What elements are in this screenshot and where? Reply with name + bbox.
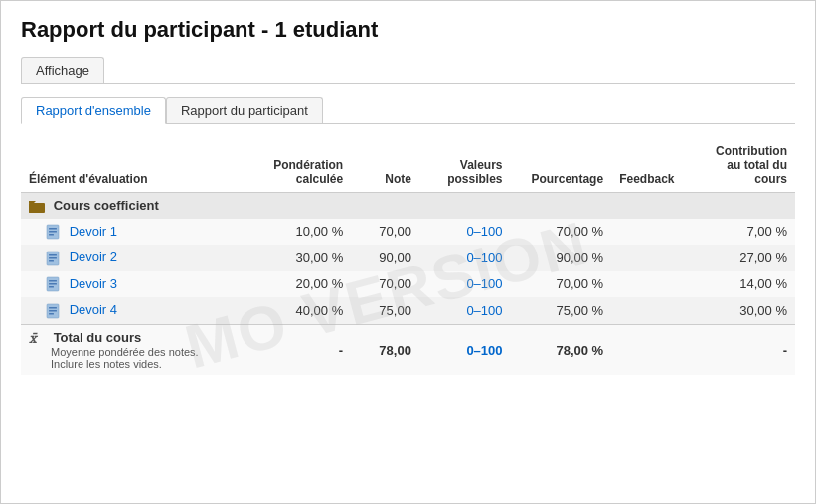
svg-rect-9 (49, 257, 57, 259)
total-element: x̄ Total du cours Moyenne pondérée des n… (21, 324, 248, 375)
svg-rect-8 (49, 254, 57, 256)
row2-link[interactable]: Devoir 2 (70, 250, 117, 264)
svg-rect-14 (49, 286, 54, 288)
col-header-contribution: Contribution au total du cours (693, 138, 795, 193)
assignment-icon (45, 251, 61, 266)
row1-valeurs: 0–100 (419, 219, 511, 246)
category-label: Cours coefficient (21, 193, 795, 219)
total-sub1: Moyenne pondérée des notes. (51, 346, 241, 358)
row2-feedback (611, 245, 693, 271)
table-row: Devoir 2 30,00 % 90,00 0–100 90,00 % 27,… (21, 245, 795, 271)
row3-note: 70,00 (351, 271, 419, 298)
tab-rapport-ensemble[interactable]: Rapport d'ensemble (21, 97, 166, 124)
row1-pourcentage: 70,00 % (511, 219, 612, 246)
inner-tab-bar: Rapport d'ensemble Rapport du participan… (21, 97, 795, 124)
table-row: Devoir 4 40,00 % 75,00 0–100 75,00 % 30,… (21, 297, 795, 324)
total-note: 78,00 (351, 324, 419, 375)
row4-note: 75,00 (351, 297, 419, 324)
row3-feedback (611, 271, 693, 298)
svg-rect-5 (49, 231, 57, 233)
svg-rect-13 (49, 283, 57, 285)
table-row: Devoir 3 20,00 % 70,00 0–100 70,00 % 14,… (21, 271, 795, 298)
svg-rect-17 (49, 310, 57, 312)
total-valeurs: 0–100 (419, 324, 511, 375)
col-header-valeurs: Valeurs possibles (419, 138, 511, 193)
assignment-icon (45, 224, 61, 240)
outer-tab-bar: Affichage (21, 57, 795, 84)
svg-rect-4 (49, 228, 57, 230)
svg-rect-12 (49, 280, 57, 282)
total-icon: x̄ (29, 330, 45, 346)
row2-valeurs: 0–100 (419, 245, 511, 271)
row4-contribution: 30,00 % (693, 297, 795, 324)
svg-rect-10 (49, 260, 54, 262)
row3-valeurs: 0–100 (419, 271, 511, 298)
row4-ponderation: 40,00 % (248, 297, 351, 324)
col-header-pourcentage: Pourcentage (511, 138, 612, 193)
page-title: Rapport du participant - 1 etudiant (21, 17, 795, 43)
row2-element: Devoir 2 (21, 245, 248, 271)
total-feedback (611, 324, 693, 375)
col-header-feedback: Feedback (611, 138, 693, 193)
row3-contribution: 14,00 % (693, 271, 795, 298)
total-ponderation: - (248, 324, 351, 375)
row3-ponderation: 20,00 % (248, 271, 351, 298)
total-contribution: - (693, 324, 795, 375)
row2-contribution: 27,00 % (693, 245, 795, 271)
col-header-ponderation: Pondération calculée (248, 138, 351, 193)
row4-link[interactable]: Devoir 4 (70, 302, 117, 317)
table-row: Devoir 1 10,00 % 70,00 0–100 70,00 % 7,0… (21, 219, 795, 246)
tab-affichage[interactable]: Affichage (21, 57, 104, 83)
row1-note: 70,00 (351, 219, 419, 246)
row1-element: Devoir 1 (21, 219, 248, 246)
assignment-icon (45, 303, 61, 319)
svg-rect-6 (49, 234, 54, 236)
svg-rect-18 (49, 313, 54, 315)
row1-feedback (611, 219, 693, 246)
row4-element: Devoir 4 (21, 297, 248, 324)
assignment-icon (45, 276, 61, 292)
svg-rect-1 (29, 203, 36, 213)
row1-link[interactable]: Devoir 1 (70, 224, 117, 239)
row4-pourcentage: 75,00 % (511, 297, 612, 324)
row2-ponderation: 30,00 % (248, 245, 351, 271)
category-row: Cours coefficient (21, 193, 795, 219)
row3-link[interactable]: Devoir 3 (70, 276, 117, 291)
total-pourcentage: 78,00 % (511, 324, 612, 375)
total-sub2: Inclure les notes vides. (51, 358, 241, 370)
tab-rapport-participant[interactable]: Rapport du participant (166, 97, 323, 123)
row3-element: Devoir 3 (21, 271, 248, 298)
row2-pourcentage: 90,00 % (511, 245, 612, 271)
svg-rect-16 (49, 307, 57, 309)
row4-valeurs: 0–100 (419, 297, 511, 324)
report-table: Élément d'évaluation Pondération calculé… (21, 138, 795, 375)
svg-marker-2 (29, 201, 36, 203)
row4-feedback (611, 297, 693, 324)
row1-contribution: 7,00 % (693, 219, 795, 246)
row3-pourcentage: 70,00 % (511, 271, 612, 298)
folder-icon (29, 199, 45, 213)
row1-ponderation: 10,00 % (248, 219, 351, 246)
total-row: x̄ Total du cours Moyenne pondérée des n… (21, 324, 795, 375)
col-header-note: Note (351, 138, 419, 193)
col-header-element: Élément d'évaluation (21, 138, 248, 193)
row2-note: 90,00 (351, 245, 419, 271)
svg-text:x̄: x̄ (29, 331, 39, 346)
